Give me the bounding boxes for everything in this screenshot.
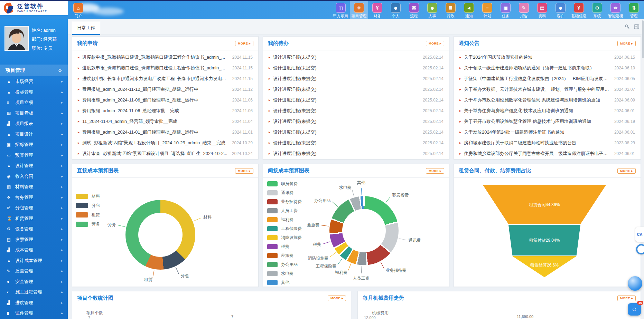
list-item[interactable]: ▸设计进度汇报(未提交)2025.02.14 — [263, 73, 449, 84]
nav-item-portal[interactable]: ⌂ 门户 — [69, 1, 87, 19]
nav-item-甲方项目[interactable]: ◫甲方项目 — [332, 1, 350, 19]
list-item[interactable]: ▸设计进度汇报(未提交)2025.02.14 — [263, 84, 449, 95]
vertical-scrollbar[interactable] — [642, 19, 644, 319]
sidebar-item-进度管理[interactable]: ▟进度管理▸ — [0, 298, 68, 308]
nav-item-资料[interactable]: ▤资料 — [533, 1, 551, 19]
sidebar-section-header[interactable]: 项目管理 ⚙ — [0, 65, 68, 76]
funnel-segment[interactable]: 租赁合同44.36% — [483, 185, 606, 224]
list-item[interactable]: ▸设计审查_彭祖新城“四馆”景观工程设计项目_请选择_胡广生_2024-10-2… — [72, 148, 258, 159]
scrollbar-thumb[interactable] — [642, 20, 644, 58]
list-item[interactable]: ▸关于发放2024年第24批一级建造师注册证书的通知2024.06.01 — [454, 127, 641, 137]
nav-item-行政[interactable]: ≣行政 — [441, 1, 460, 19]
legend-item[interactable]: 劳务 — [76, 220, 100, 229]
list-item[interactable]: ▸关于举办大数据、云计算技术在城市建设、 规划、管理与服务中的应用培训班...2… — [454, 84, 641, 95]
nav-item-客户[interactable]: ☻客户 — [551, 1, 570, 19]
nav-item-计划[interactable]: ≡计划 — [478, 1, 496, 19]
list-item[interactable]: ▸关于召开市政公用设施智慧化管理 信息技术与应用培训班的通知2024.06.19 — [454, 116, 641, 127]
list-item[interactable]: ▸关于2024年国庆节放假安排的通知2024.06.15 — [454, 52, 641, 62]
legend-item[interactable]: 水电费 — [267, 269, 302, 278]
nav-item-财务[interactable]: ¥财务 — [368, 1, 386, 19]
list-item[interactable]: ▸设计进度汇报(未提交)2025.02.14 — [263, 95, 449, 105]
list-item[interactable]: ▸进度款申报_珠海鹤港口建设_珠海鹤港口建设工程合作协议书_admin_...2… — [72, 52, 258, 62]
legend-item[interactable]: 税费 — [267, 242, 302, 251]
nav-item-个人[interactable]: ☻个人 — [386, 1, 405, 19]
sidebar-item-设备管理[interactable]: ⚙设备管理▸ — [0, 224, 68, 234]
list-item[interactable]: ▸于征集《中国建筑施工行业信息化发展报告（2024）—BIM应用与发展》材料..… — [454, 73, 641, 84]
nav-item-智能建模[interactable]: </>智能建模 — [606, 1, 625, 19]
list-item[interactable]: ▸住房和城乡建设部办公厅关于同意吉林省开展二级建造师注册证书电子化试点...20… — [454, 148, 641, 159]
list-item[interactable]: ▸房和城乡建设厅关于取消二级建造师临时执业证书的公告2023.08.29 — [454, 137, 641, 148]
legend-item[interactable]: 工程保险费 — [267, 224, 302, 233]
sidebar-item-收入合同[interactable]: ◉收入合同▸ — [0, 171, 68, 182]
sidebar-item-招标管理[interactable]: ▣招标管理▸ — [0, 139, 68, 150]
list-item[interactable]: ▸费用报销_admin_2024-11-01_部门经理审批_胡建,_运行中202… — [72, 127, 258, 137]
nav-item-管理[interactable]: ⇅管理 — [625, 1, 643, 19]
legend-item[interactable]: 材料 — [76, 192, 100, 201]
sidebar-item-项目报表[interactable]: ▟项目报表▸ — [0, 118, 68, 129]
sidebar-item-成本管理[interactable]: ▟成本管理▸ — [0, 245, 68, 255]
sidebar-item-证件管理[interactable]: ▮证件管理▸ — [0, 308, 68, 319]
service-robot-button[interactable] — [628, 276, 642, 291]
list-item[interactable]: ▸设计进度汇报(未提交)2025.02.14 — [263, 116, 449, 127]
list-item[interactable]: ▸费用报销_admin_2024-11-06_部门经理审批_胡建,_运行中202… — [72, 95, 258, 105]
legend-item[interactable]: 通讯费 — [267, 188, 302, 197]
sidebar-item-项目看板[interactable]: ▦项目看板▸ — [0, 108, 68, 119]
sidebar-item-安全管理[interactable]: ●安全管理▸ — [0, 277, 68, 287]
legend-item[interactable]: 差旅费 — [267, 251, 302, 260]
list-item[interactable]: ▸设计进度汇报(未提交)2025.02.14 — [263, 105, 449, 116]
nav-item-项目管理[interactable]: ❖项目管理 — [350, 1, 368, 19]
funnel-segment[interactable]: 租赁结算26.6% — [483, 256, 606, 277]
tab-daily-work[interactable]: 日常工作 — [72, 21, 100, 35]
more-button[interactable]: MORE ▸ — [617, 296, 636, 301]
sidebar-item-租赁管理[interactable]: ⌛租赁管理▸ — [0, 213, 68, 224]
funnel-segment[interactable]: 租赁付款29.04% — [483, 225, 606, 255]
list-item[interactable]: ▸关于举办住房与房地产信息化 技术及应用培训班的通知2024.06.01 — [454, 105, 641, 116]
list-item[interactable]: ▸费用报销_admin_2024-11-06_总经理审批__完成2024.11.… — [72, 105, 258, 116]
avatar[interactable] — [4, 26, 29, 51]
list-item[interactable]: ▸设计进度汇报(未提交)2025.02.14 — [263, 127, 449, 137]
sidebar-item-项目立项[interactable]: ≡项目立项▸ — [0, 97, 68, 108]
sidebar-item-项目设计[interactable]: ▲项目设计▸ — [0, 129, 68, 140]
list-item[interactable]: ▸关于举办市政公用设施数字化管理信息 系统建设与应用培训班的通知2024.06.… — [454, 95, 641, 105]
list-item[interactable]: ▸测试_彭祖新城“四馆”景观工程设计项目_2024-10-29_admin_结束… — [72, 137, 258, 148]
list-item[interactable]: ▸进度款申报_长春市伊通河水力发电厂改建工程_长春市伊通河水力发电...2024… — [72, 73, 258, 84]
more-button[interactable]: MORE ▸ — [426, 41, 444, 46]
ca-login-widget[interactable]: CA — [635, 227, 644, 242]
list-item[interactable]: ▸进度款申报_珠海鹤港口建设_珠海鹤港口建设工程合作协议书_admin_...2… — [72, 62, 258, 73]
legend-item[interactable]: 租赁 — [76, 210, 100, 220]
sidebar-item-发票管理[interactable]: ▤发票管理▸ — [0, 234, 68, 245]
nav-item-人事[interactable]: ☻人事 — [423, 1, 441, 19]
list-item[interactable]: ▸费用报销_admin_2024-11-12_部门经理审批_胡建,_运行中202… — [72, 84, 258, 95]
nav-item-任务[interactable]: ▣任务 — [496, 1, 515, 19]
legend-item[interactable]: 分包 — [76, 201, 100, 210]
more-button[interactable]: MORE ▸ — [426, 168, 444, 174]
list-item[interactable]: ▸11_2024-11-04_admin_经营部_领导审批__完成2024.11… — [72, 116, 258, 127]
logo[interactable]: 泛普软件 FANPU SOFTWARE — [0, 1, 68, 15]
sidebar-item-预算管理[interactable]: ▭预算管理▸ — [0, 150, 68, 161]
legend-item[interactable]: 人员工资 — [267, 206, 302, 215]
nav-item-报告[interactable]: ✎报告 — [515, 1, 533, 19]
legend-item[interactable]: 其他 — [267, 278, 302, 287]
nav-item-基础信息[interactable]: ¥基础信息 — [570, 1, 588, 19]
list-item[interactable]: ▸设计进度汇报(未提交)2025.02.14 — [263, 52, 449, 62]
sidebar-item-施工过程管理[interactable]: ◐施工过程管理▸ — [0, 287, 68, 298]
sidebar-item-质量管理[interactable]: ✎质量管理▸ — [0, 266, 68, 277]
more-button[interactable]: MORE ▸ — [235, 41, 253, 46]
more-button[interactable]: MORE ▸ — [328, 296, 346, 301]
key-icon[interactable] — [625, 24, 630, 31]
floating-circle-widget[interactable] — [636, 244, 644, 254]
sidebar-item-投标管理[interactable]: ▲投标管理▸ — [0, 87, 68, 98]
sidebar-item-劳务管理[interactable]: ❖劳务管理▸ — [0, 192, 68, 203]
legend-item[interactable]: 福利费 — [267, 215, 302, 224]
sidebar-item-分包管理[interactable]: x²分包管理▸ — [0, 203, 68, 213]
gear-icon[interactable]: ⚙ — [58, 68, 62, 73]
collapse-panel-icon[interactable] — [634, 24, 639, 31]
nav-item-系统[interactable]: ⚙系统 — [588, 1, 606, 19]
list-item[interactable]: ▸设计进度汇报(未提交)2025.02.14 — [263, 137, 449, 148]
more-button[interactable]: MORE ▸ — [617, 41, 636, 46]
legend-item[interactable]: 业务招待费 — [267, 197, 302, 206]
nav-item-通知[interactable]: ◄通知 — [460, 1, 478, 19]
list-item[interactable]: ▸设计进度汇报(未提交)2025.02.14 — [263, 148, 449, 159]
more-button[interactable]: MORE ▸ — [235, 168, 253, 174]
list-item[interactable]: ▸设计进度汇报(未提交)2025.02.14 — [263, 62, 449, 73]
